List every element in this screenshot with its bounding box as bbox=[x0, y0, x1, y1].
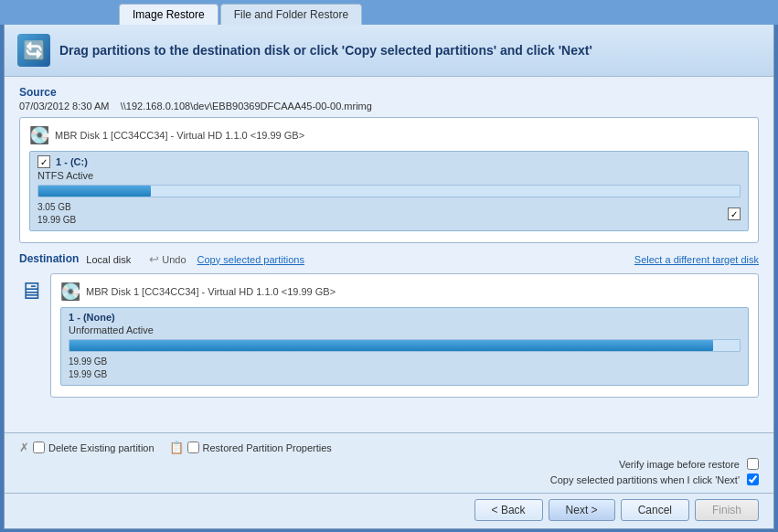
restored-properties-checkbox[interactable] bbox=[187, 442, 199, 453]
dest-disk-panel: 💽 MBR Disk 1 [CC34CC34] - Virtual HD 1.1… bbox=[50, 273, 759, 398]
tab-bar: Image Restore File and Folder Restore bbox=[0, 0, 778, 25]
dest-partition-sizes: 19.99 GB 19.99 GB bbox=[69, 356, 741, 381]
restored-properties-option[interactable]: 📋 Restored Partition Properties bbox=[169, 441, 332, 454]
source-disk-panel: 💽 MBR Disk 1 [CC34CC34] - Virtual HD 1.1… bbox=[19, 117, 759, 243]
source-check-right-mark bbox=[730, 209, 738, 219]
options-row-3: Copy selected partitions when I click 'N… bbox=[19, 473, 759, 485]
dest-size-used: 19.99 GB bbox=[69, 356, 107, 368]
source-label: Source bbox=[19, 86, 759, 99]
finish-button[interactable]: Finish bbox=[695, 499, 759, 521]
source-check-mark bbox=[40, 157, 48, 167]
next-button[interactable]: Next > bbox=[549, 499, 615, 521]
dest-partition: 1 - (None) Unformatted Active 19.99 GB 1… bbox=[60, 307, 749, 386]
source-progress-bar-inner bbox=[38, 186, 151, 197]
tab-image-restore[interactable]: Image Restore bbox=[119, 4, 218, 25]
dest-progress-bar-outer bbox=[69, 339, 741, 352]
source-date: 07/03/2012 8:30 AM bbox=[19, 101, 109, 112]
source-partition-sizes: 3.05 GB 19.99 GB bbox=[37, 201, 741, 227]
dest-sizes-left: 19.99 GB 19.99 GB bbox=[69, 356, 107, 381]
select-target-link[interactable]: Select a different target disk bbox=[634, 253, 759, 266]
source-progress-bar-outer bbox=[37, 185, 741, 197]
destination-label: Destination bbox=[19, 252, 79, 265]
source-meta: 07/03/2012 8:30 AM \\192.168.0.108\dev\E… bbox=[19, 101, 759, 112]
source-disk-title: MBR Disk 1 [CC34CC34] - Virtual HD 1.1.0… bbox=[55, 130, 304, 141]
dest-progress-bar-inner bbox=[69, 340, 713, 351]
cancel-button[interactable]: Cancel bbox=[621, 499, 689, 521]
dest-disk-header: 💽 MBR Disk 1 [CC34CC34] - Virtual HD 1.1… bbox=[60, 282, 749, 302]
restored-properties-icon: 📋 bbox=[169, 441, 184, 454]
bottom-options: ✗ Delete Existing partition 📋 Restored P… bbox=[5, 432, 773, 493]
options-row-2: Verify image before restore bbox=[19, 458, 759, 470]
options-row-1: ✗ Delete Existing partition 📋 Restored P… bbox=[19, 441, 759, 454]
delete-existing-label: Delete Existing partition bbox=[48, 442, 155, 453]
source-partition-row: 1 - (C:) bbox=[37, 155, 741, 168]
source-size-total: 19.99 GB bbox=[37, 214, 76, 227]
undo-icon: ↩ bbox=[149, 252, 159, 266]
select-target-label: Select a different target disk bbox=[634, 254, 759, 265]
destination-section-row: Destination Local disk ↩ Undo Copy selec… bbox=[19, 250, 759, 268]
verify-image-label: Verify image before restore bbox=[619, 459, 740, 470]
source-sizes-left: 3.05 GB 19.99 GB bbox=[37, 201, 76, 227]
source-partition: 1 - (C:) NTFS Active 3.05 GB 19.99 GB bbox=[29, 151, 749, 231]
dest-partition-type: Unformatted Active bbox=[69, 325, 741, 335]
dialog-header: 🔄 Drag partitions to the destination dis… bbox=[5, 25, 773, 77]
source-partition-label: 1 - (C:) bbox=[56, 156, 88, 167]
dest-disk-content: 💽 MBR Disk 1 [CC34CC34] - Virtual HD 1.1… bbox=[50, 273, 759, 405]
main-dialog: 🔄 Drag partitions to the destination dis… bbox=[4, 25, 774, 529]
dialog-header-icon: 🔄 bbox=[17, 34, 50, 67]
source-partition-type: NTFS Active bbox=[37, 170, 741, 181]
source-path: \\192.168.0.108\dev\EBB90369DFCAAA45-00-… bbox=[121, 101, 372, 112]
delete-existing-icon: ✗ bbox=[19, 441, 29, 454]
dialog-body: Source 07/03/2012 8:30 AM \\192.168.0.10… bbox=[5, 77, 773, 432]
copy-selected-label: Copy selected partitions when I click 'N… bbox=[550, 474, 740, 485]
undo-button[interactable]: ↩ Undo bbox=[145, 250, 189, 268]
verify-image-checkbox[interactable] bbox=[747, 458, 759, 470]
delete-existing-option[interactable]: ✗ Delete Existing partition bbox=[19, 441, 155, 454]
dialog-footer: < Back Next > Cancel Finish bbox=[5, 493, 773, 528]
destination-disk-row: 🖥 💽 MBR Disk 1 [CC34CC34] - Virtual HD 1… bbox=[19, 273, 759, 405]
destination-sublabel: Local disk bbox=[86, 254, 131, 265]
tab-file-folder-restore[interactable]: File and Folder Restore bbox=[220, 4, 362, 25]
back-button[interactable]: < Back bbox=[474, 499, 543, 521]
undo-label: Undo bbox=[162, 254, 186, 265]
source-section: Source 07/03/2012 8:30 AM \\192.168.0.10… bbox=[19, 86, 759, 243]
copy-partitions-button[interactable]: Copy selected partitions bbox=[197, 254, 304, 265]
source-disk-icon: 💽 bbox=[29, 125, 49, 145]
dialog-header-text: Drag partitions to the destination disk … bbox=[59, 43, 592, 58]
dest-partition-label: 1 - (None) bbox=[69, 312, 115, 323]
dest-partition-row: 1 - (None) bbox=[69, 312, 741, 323]
destination-section: Destination Local disk ↩ Undo Copy selec… bbox=[19, 250, 759, 405]
source-disk-header: 💽 MBR Disk 1 [CC34CC34] - Virtual HD 1.1… bbox=[29, 125, 749, 145]
delete-existing-checkbox[interactable] bbox=[33, 442, 45, 453]
source-partition-checkbox[interactable] bbox=[37, 155, 50, 168]
source-check-right[interactable] bbox=[728, 207, 741, 220]
copy-selected-checkbox[interactable] bbox=[747, 473, 759, 485]
dest-disk-hd-icon: 💽 bbox=[60, 282, 80, 302]
restored-properties-label: Restored Partition Properties bbox=[203, 442, 332, 453]
dest-size-total: 19.99 GB bbox=[69, 368, 107, 381]
source-size-used: 3.05 GB bbox=[37, 201, 76, 214]
dest-disk-icon: 🖥 bbox=[19, 277, 43, 305]
destination-left: Destination Local disk ↩ Undo Copy selec… bbox=[19, 250, 304, 268]
dest-disk-title: MBR Disk 1 [CC34CC34] - Virtual HD 1.1.0… bbox=[86, 286, 336, 297]
